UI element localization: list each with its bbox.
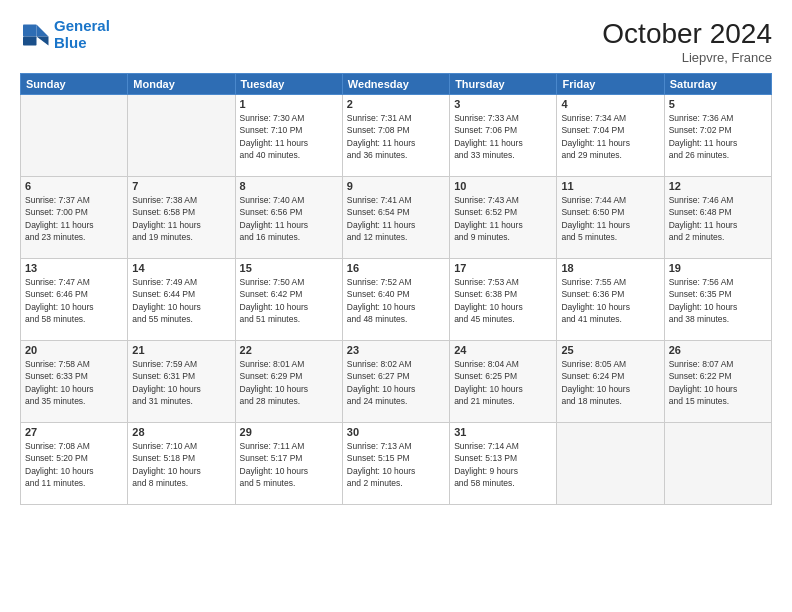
day-cell: 16Sunrise: 7:52 AM Sunset: 6:40 PM Dayli…: [342, 259, 449, 341]
day-info: Sunrise: 7:55 AM Sunset: 6:36 PM Dayligh…: [561, 276, 659, 325]
day-cell: 29Sunrise: 7:11 AM Sunset: 5:17 PM Dayli…: [235, 423, 342, 505]
day-info: Sunrise: 7:33 AM Sunset: 7:06 PM Dayligh…: [454, 112, 552, 161]
page: General Blue October 2024 Liepvre, Franc…: [0, 0, 792, 612]
day-number: 25: [561, 344, 659, 356]
day-cell: 19Sunrise: 7:56 AM Sunset: 6:35 PM Dayli…: [664, 259, 771, 341]
day-number: 11: [561, 180, 659, 192]
day-info: Sunrise: 7:46 AM Sunset: 6:48 PM Dayligh…: [669, 194, 767, 243]
day-cell: 7Sunrise: 7:38 AM Sunset: 6:58 PM Daylig…: [128, 177, 235, 259]
day-cell: 27Sunrise: 7:08 AM Sunset: 5:20 PM Dayli…: [21, 423, 128, 505]
day-number: 17: [454, 262, 552, 274]
day-info: Sunrise: 7:43 AM Sunset: 6:52 PM Dayligh…: [454, 194, 552, 243]
svg-rect-2: [23, 24, 37, 36]
day-info: Sunrise: 7:13 AM Sunset: 5:15 PM Dayligh…: [347, 440, 445, 489]
week-row-5: 27Sunrise: 7:08 AM Sunset: 5:20 PM Dayli…: [21, 423, 772, 505]
day-number: 12: [669, 180, 767, 192]
day-number: 4: [561, 98, 659, 110]
day-info: Sunrise: 8:05 AM Sunset: 6:24 PM Dayligh…: [561, 358, 659, 407]
day-number: 27: [25, 426, 123, 438]
day-info: Sunrise: 7:40 AM Sunset: 6:56 PM Dayligh…: [240, 194, 338, 243]
col-header-tuesday: Tuesday: [235, 74, 342, 95]
day-info: Sunrise: 7:52 AM Sunset: 6:40 PM Dayligh…: [347, 276, 445, 325]
day-cell: [21, 95, 128, 177]
month-title: October 2024: [602, 18, 772, 50]
week-row-3: 13Sunrise: 7:47 AM Sunset: 6:46 PM Dayli…: [21, 259, 772, 341]
day-info: Sunrise: 7:08 AM Sunset: 5:20 PM Dayligh…: [25, 440, 123, 489]
day-info: Sunrise: 7:34 AM Sunset: 7:04 PM Dayligh…: [561, 112, 659, 161]
day-number: 26: [669, 344, 767, 356]
day-cell: 11Sunrise: 7:44 AM Sunset: 6:50 PM Dayli…: [557, 177, 664, 259]
day-cell: 15Sunrise: 7:50 AM Sunset: 6:42 PM Dayli…: [235, 259, 342, 341]
day-number: 18: [561, 262, 659, 274]
day-cell: 21Sunrise: 7:59 AM Sunset: 6:31 PM Dayli…: [128, 341, 235, 423]
day-number: 3: [454, 98, 552, 110]
day-number: 8: [240, 180, 338, 192]
logo-icon: [20, 20, 50, 50]
day-cell: 22Sunrise: 8:01 AM Sunset: 6:29 PM Dayli…: [235, 341, 342, 423]
day-info: Sunrise: 7:31 AM Sunset: 7:08 PM Dayligh…: [347, 112, 445, 161]
day-number: 31: [454, 426, 552, 438]
col-header-friday: Friday: [557, 74, 664, 95]
day-info: Sunrise: 7:30 AM Sunset: 7:10 PM Dayligh…: [240, 112, 338, 161]
week-row-4: 20Sunrise: 7:58 AM Sunset: 6:33 PM Dayli…: [21, 341, 772, 423]
day-info: Sunrise: 7:41 AM Sunset: 6:54 PM Dayligh…: [347, 194, 445, 243]
col-header-saturday: Saturday: [664, 74, 771, 95]
week-row-2: 6Sunrise: 7:37 AM Sunset: 7:00 PM Daylig…: [21, 177, 772, 259]
day-cell: 31Sunrise: 7:14 AM Sunset: 5:13 PM Dayli…: [450, 423, 557, 505]
day-number: 5: [669, 98, 767, 110]
day-number: 21: [132, 344, 230, 356]
day-cell: 8Sunrise: 7:40 AM Sunset: 6:56 PM Daylig…: [235, 177, 342, 259]
calendar-table: SundayMondayTuesdayWednesdayThursdayFrid…: [20, 73, 772, 505]
day-number: 2: [347, 98, 445, 110]
week-row-1: 1Sunrise: 7:30 AM Sunset: 7:10 PM Daylig…: [21, 95, 772, 177]
day-cell: 13Sunrise: 7:47 AM Sunset: 6:46 PM Dayli…: [21, 259, 128, 341]
day-cell: 1Sunrise: 7:30 AM Sunset: 7:10 PM Daylig…: [235, 95, 342, 177]
day-cell: 12Sunrise: 7:46 AM Sunset: 6:48 PM Dayli…: [664, 177, 771, 259]
day-info: Sunrise: 7:56 AM Sunset: 6:35 PM Dayligh…: [669, 276, 767, 325]
day-number: 7: [132, 180, 230, 192]
day-info: Sunrise: 7:10 AM Sunset: 5:18 PM Dayligh…: [132, 440, 230, 489]
day-info: Sunrise: 7:59 AM Sunset: 6:31 PM Dayligh…: [132, 358, 230, 407]
day-info: Sunrise: 7:47 AM Sunset: 6:46 PM Dayligh…: [25, 276, 123, 325]
day-number: 9: [347, 180, 445, 192]
svg-marker-1: [37, 36, 49, 45]
day-info: Sunrise: 8:07 AM Sunset: 6:22 PM Dayligh…: [669, 358, 767, 407]
title-block: October 2024 Liepvre, France: [602, 18, 772, 65]
day-info: Sunrise: 8:02 AM Sunset: 6:27 PM Dayligh…: [347, 358, 445, 407]
svg-marker-0: [37, 24, 49, 36]
logo-line2: Blue: [54, 34, 87, 51]
day-number: 1: [240, 98, 338, 110]
logo: General Blue: [20, 18, 110, 51]
day-number: 24: [454, 344, 552, 356]
day-cell: 24Sunrise: 8:04 AM Sunset: 6:25 PM Dayli…: [450, 341, 557, 423]
day-number: 15: [240, 262, 338, 274]
col-header-wednesday: Wednesday: [342, 74, 449, 95]
day-cell: [557, 423, 664, 505]
svg-rect-3: [23, 36, 37, 45]
day-cell: 5Sunrise: 7:36 AM Sunset: 7:02 PM Daylig…: [664, 95, 771, 177]
day-cell: [128, 95, 235, 177]
day-info: Sunrise: 7:14 AM Sunset: 5:13 PM Dayligh…: [454, 440, 552, 489]
logo-line1: General: [54, 17, 110, 34]
day-cell: 18Sunrise: 7:55 AM Sunset: 6:36 PM Dayli…: [557, 259, 664, 341]
day-number: 20: [25, 344, 123, 356]
day-cell: 23Sunrise: 8:02 AM Sunset: 6:27 PM Dayli…: [342, 341, 449, 423]
day-info: Sunrise: 7:50 AM Sunset: 6:42 PM Dayligh…: [240, 276, 338, 325]
col-header-sunday: Sunday: [21, 74, 128, 95]
day-info: Sunrise: 8:04 AM Sunset: 6:25 PM Dayligh…: [454, 358, 552, 407]
day-cell: 17Sunrise: 7:53 AM Sunset: 6:38 PM Dayli…: [450, 259, 557, 341]
day-number: 23: [347, 344, 445, 356]
day-number: 22: [240, 344, 338, 356]
day-number: 6: [25, 180, 123, 192]
day-info: Sunrise: 7:36 AM Sunset: 7:02 PM Dayligh…: [669, 112, 767, 161]
day-info: Sunrise: 7:11 AM Sunset: 5:17 PM Dayligh…: [240, 440, 338, 489]
col-header-monday: Monday: [128, 74, 235, 95]
day-info: Sunrise: 7:49 AM Sunset: 6:44 PM Dayligh…: [132, 276, 230, 325]
day-cell: [664, 423, 771, 505]
day-cell: 25Sunrise: 8:05 AM Sunset: 6:24 PM Dayli…: [557, 341, 664, 423]
day-cell: 6Sunrise: 7:37 AM Sunset: 7:00 PM Daylig…: [21, 177, 128, 259]
day-info: Sunrise: 8:01 AM Sunset: 6:29 PM Dayligh…: [240, 358, 338, 407]
day-info: Sunrise: 7:37 AM Sunset: 7:00 PM Dayligh…: [25, 194, 123, 243]
day-cell: 3Sunrise: 7:33 AM Sunset: 7:06 PM Daylig…: [450, 95, 557, 177]
day-number: 28: [132, 426, 230, 438]
